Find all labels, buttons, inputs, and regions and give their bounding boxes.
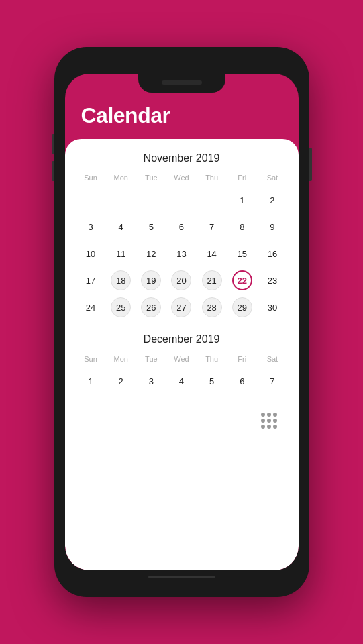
dot: [261, 413, 265, 417]
dot: [267, 425, 271, 429]
dec-day-5[interactable]: 5: [197, 368, 227, 394]
speaker: [162, 80, 202, 85]
cal-cell: [166, 187, 197, 213]
dec-day-3[interactable]: 3: [136, 368, 166, 394]
cal-day-28[interactable]: 28: [197, 294, 227, 320]
cal-day-11[interactable]: 11: [106, 241, 136, 266]
cal-cell: [197, 187, 227, 213]
dot: [261, 419, 265, 423]
cal-day-15[interactable]: 15: [227, 241, 257, 266]
volume-up-button: [52, 134, 54, 154]
power-button: [309, 148, 312, 181]
bottom-bar: [76, 407, 288, 437]
cal-day-16[interactable]: 16: [257, 241, 287, 266]
cal-day-1[interactable]: 1: [227, 187, 257, 213]
cal-day-30[interactable]: 30: [257, 294, 287, 320]
dec-day-4[interactable]: 4: [166, 368, 197, 394]
december-grid: 1 2 3 4 5 6 7: [76, 368, 288, 394]
november-grid: 1 2 3 4 5 6 7 8 9 10 11 12 13: [76, 187, 288, 320]
notch: [138, 74, 225, 93]
cal-day-22-today[interactable]: 22: [227, 268, 257, 293]
dot: [267, 419, 271, 423]
day-header-thu: Thu: [197, 174, 227, 182]
cal-day-13[interactable]: 13: [166, 241, 197, 266]
november-section: November 2019 Sun Mon Tue Wed Thu Fri Sa…: [76, 152, 288, 320]
dec-day-6[interactable]: 6: [227, 368, 257, 394]
day-header-wed: Wed: [166, 174, 197, 182]
dot: [261, 425, 265, 429]
day-header-tue: Tue: [136, 174, 166, 182]
day-header-mon: Mon: [106, 174, 136, 182]
dec-day-header-sat: Sat: [257, 355, 287, 363]
cal-day-3[interactable]: 3: [76, 214, 106, 239]
cal-day-2[interactable]: 2: [257, 187, 287, 213]
app-title: Calendar: [81, 103, 282, 128]
cal-cell: [76, 187, 106, 213]
december-section: December 2019 Sun Mon Tue Wed Thu Fri Sa…: [76, 333, 288, 394]
december-title: December 2019: [76, 333, 288, 345]
cal-day-25[interactable]: 25: [106, 294, 136, 320]
dec-day-header-mon: Mon: [106, 355, 136, 363]
cal-day-5[interactable]: 5: [136, 214, 166, 239]
cal-cell: [106, 187, 136, 213]
phone-device: Calendar November 2019 Sun Mon Tue Wed T…: [54, 47, 309, 597]
dec-day-header-wed: Wed: [166, 355, 197, 363]
cal-day-26[interactable]: 26: [136, 294, 166, 320]
dec-day-header-fri: Fri: [227, 355, 257, 363]
dot: [273, 425, 277, 429]
day-header-sun: Sun: [76, 174, 106, 182]
dot: [273, 413, 277, 417]
dec-day-header-thu: Thu: [197, 355, 227, 363]
day-header-fri: Fri: [227, 174, 257, 182]
dec-day-2[interactable]: 2: [106, 368, 136, 394]
dot: [273, 419, 277, 423]
cal-day-7[interactable]: 7: [197, 214, 227, 239]
dec-day-1[interactable]: 1: [76, 368, 106, 394]
cal-day-24[interactable]: 24: [76, 294, 106, 320]
phone-screen: Calendar November 2019 Sun Mon Tue Wed T…: [65, 74, 299, 570]
dec-day-7[interactable]: 7: [257, 368, 287, 394]
cal-day-4[interactable]: 4: [106, 214, 136, 239]
grid-dots-icon[interactable]: [261, 413, 277, 429]
cal-day-18[interactable]: 18: [106, 268, 136, 293]
cal-day-12[interactable]: 12: [136, 241, 166, 266]
cal-day-17[interactable]: 17: [76, 268, 106, 293]
dec-day-header-sun: Sun: [76, 355, 106, 363]
december-day-headers: Sun Mon Tue Wed Thu Fri Sat: [76, 355, 288, 363]
cal-day-20[interactable]: 20: [166, 268, 197, 293]
cal-day-21[interactable]: 21: [197, 268, 227, 293]
volume-down-button: [52, 161, 54, 181]
home-indicator: [148, 576, 215, 578]
cal-day-9[interactable]: 9: [257, 214, 287, 239]
cal-day-23[interactable]: 23: [257, 268, 287, 293]
cal-day-14[interactable]: 14: [197, 241, 227, 266]
day-header-sat: Sat: [257, 174, 287, 182]
cal-day-19[interactable]: 19: [136, 268, 166, 293]
cal-cell: [136, 187, 166, 213]
cal-day-29[interactable]: 29: [227, 294, 257, 320]
cal-day-6[interactable]: 6: [166, 214, 197, 239]
cal-day-27[interactable]: 27: [166, 294, 197, 320]
dot: [267, 413, 271, 417]
cal-day-8[interactable]: 8: [227, 214, 257, 239]
november-day-headers: Sun Mon Tue Wed Thu Fri Sat: [76, 174, 288, 182]
cal-day-10[interactable]: 10: [76, 241, 106, 266]
november-title: November 2019: [76, 152, 288, 164]
dec-day-header-tue: Tue: [136, 355, 166, 363]
